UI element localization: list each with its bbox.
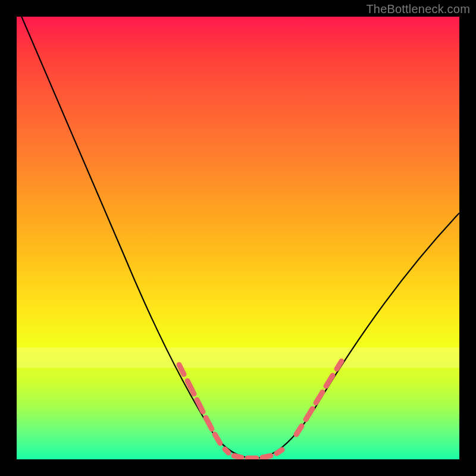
svg-line-9	[277, 450, 282, 453]
highlight-dashes-right	[296, 361, 342, 434]
svg-line-13	[326, 375, 333, 386]
chart-stage: TheBottleneck.com	[0, 0, 476, 476]
svg-line-6	[234, 456, 242, 458]
plot-area	[17, 17, 459, 459]
svg-line-12	[316, 392, 322, 403]
svg-line-0	[179, 365, 184, 374]
bottleneck-curve-svg	[17, 17, 459, 459]
curve-path	[19, 17, 459, 458]
svg-line-11	[306, 409, 312, 419]
svg-line-10	[296, 426, 302, 434]
svg-line-5	[225, 449, 228, 453]
svg-line-4	[215, 434, 220, 443]
attribution-watermark: TheBottleneck.com	[366, 2, 470, 16]
svg-line-3	[206, 418, 212, 429]
svg-line-8	[262, 456, 271, 458]
highlight-dashes-left	[179, 365, 220, 443]
svg-line-2	[197, 400, 203, 412]
